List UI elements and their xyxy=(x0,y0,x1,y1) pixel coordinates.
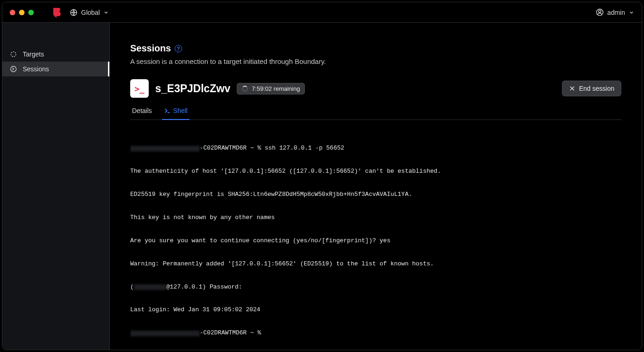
sidebar: Targets Sessions xyxy=(2,23,110,350)
user-menu[interactable]: admin xyxy=(596,8,634,16)
window-controls xyxy=(10,10,34,15)
terminal-line: ED25519 key fingerprint is SHA256:Ltn6ew… xyxy=(130,191,621,199)
tab-shell[interactable]: Shell xyxy=(162,104,189,120)
titlebar: Global admin xyxy=(2,2,642,23)
redacted-text xyxy=(130,146,200,151)
time-remaining-text: 7:59:02 remaining xyxy=(252,85,300,92)
globe-icon xyxy=(70,9,77,16)
end-session-label: End session xyxy=(579,85,614,92)
terminal-line: Are you sure you want to continue connec… xyxy=(130,237,621,245)
spinner-icon xyxy=(242,86,248,92)
time-remaining-badge: 7:59:02 remaining xyxy=(237,83,305,94)
maximize-window-button[interactable] xyxy=(28,10,34,15)
session-id: s_E3PJDlcZwv xyxy=(155,82,230,95)
minimize-window-button[interactable] xyxy=(19,10,25,15)
tab-label: Shell xyxy=(173,107,188,114)
main-content: Sessions ? A session is a connection to … xyxy=(110,23,642,350)
app-window: Global admin Targets xyxy=(2,2,642,350)
page-header: Sessions ? A session is a connection to … xyxy=(130,43,621,75)
close-icon xyxy=(569,85,575,92)
enter-icon xyxy=(10,65,17,73)
user-label: admin xyxy=(607,9,625,16)
terminal-line: Warning: Permanently added '[127.0.0.1]:… xyxy=(130,260,621,268)
redacted-text xyxy=(134,284,166,290)
session-header: >_ s_E3PJDlcZwv 7:59:02 remaining End se… xyxy=(130,79,621,98)
prompt-icon xyxy=(164,107,170,114)
boundary-logo xyxy=(52,7,62,18)
terminal-output[interactable]: -C02DRAWTMD6R ~ % ssh 127.0.0.1 -p 56652… xyxy=(130,129,621,350)
terminal-line: (@127.0.0.1) Password: xyxy=(130,283,621,291)
chevron-down-icon xyxy=(629,10,634,15)
page-title: Sessions xyxy=(130,43,171,54)
page-title-row: Sessions ? xyxy=(130,43,621,54)
sidebar-item-label: Sessions xyxy=(23,65,49,73)
terminal-icon: >_ xyxy=(130,79,149,98)
user-icon xyxy=(596,8,604,16)
close-window-button[interactable] xyxy=(10,10,15,15)
chevron-down-icon xyxy=(103,10,109,15)
session-header-left: >_ s_E3PJDlcZwv 7:59:02 remaining xyxy=(130,79,305,98)
terminal-line: -C02DRAWTMD6R ~ % ssh 127.0.0.1 -p 56652 xyxy=(130,145,621,152)
redacted-text xyxy=(130,331,200,336)
titlebar-left: Global xyxy=(10,7,109,18)
sidebar-item-label: Targets xyxy=(23,50,44,58)
scope-selector[interactable]: Global xyxy=(70,9,109,16)
sidebar-item-sessions[interactable]: Sessions xyxy=(2,62,109,76)
scope-label: Global xyxy=(81,9,100,16)
svg-point-3 xyxy=(11,52,16,57)
sidebar-item-targets[interactable]: Targets xyxy=(2,47,109,62)
tab-details[interactable]: Details xyxy=(130,104,154,120)
crosshair-icon xyxy=(10,50,17,58)
page-subtitle: A session is a connection to a target in… xyxy=(130,57,621,65)
tab-label: Details xyxy=(132,107,152,114)
svg-point-2 xyxy=(599,10,601,13)
help-icon[interactable]: ? xyxy=(175,45,182,52)
session-tabs: Details Shell xyxy=(130,104,621,120)
terminal-line: This key is not known by any other names xyxy=(130,214,621,222)
terminal-line: The authenticity of host '[127.0.0.1]:56… xyxy=(130,168,621,176)
app-body: Targets Sessions Sessions ? A session is… xyxy=(2,23,642,350)
terminal-line: -C02DRAWTMD6R ~ % xyxy=(130,329,621,337)
terminal-line: Last login: Wed Jan 31 09:05:02 2024 xyxy=(130,306,621,314)
end-session-button[interactable]: End session xyxy=(562,81,621,96)
